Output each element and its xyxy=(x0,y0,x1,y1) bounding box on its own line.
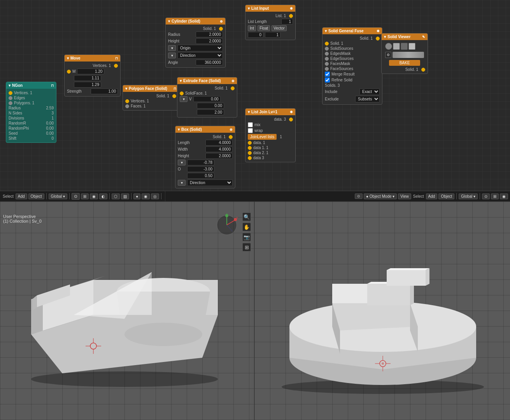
toolbar-mesh-btn[interactable]: ⊞ xyxy=(81,193,89,199)
list-input-pin: ✱ xyxy=(290,7,293,11)
box-arrow: ▾ xyxy=(178,127,180,132)
box-height-input[interactable] xyxy=(205,153,233,159)
box-dir-btn[interactable]: ▾ xyxy=(178,180,186,186)
cylinder-origin-arrow[interactable]: ▾ xyxy=(168,45,176,51)
ngon-header: ▾ NGon ⊓ xyxy=(6,82,56,89)
toolbar-object-right[interactable]: Object xyxy=(438,193,454,199)
box-v-btn[interactable]: ▾ xyxy=(178,160,186,165)
cylinder-angle-input[interactable] xyxy=(196,60,223,65)
svg-point-43 xyxy=(382,362,384,365)
toolbar-select-right[interactable]: Select xyxy=(412,194,425,199)
solid-viewer-bake-btn[interactable]: BAKE xyxy=(389,60,420,66)
left-hand-btn[interactable]: ✋ xyxy=(242,223,251,231)
ngon-seed-label: Seed xyxy=(9,131,45,135)
cylinder-dir-arrow[interactable]: ▾ xyxy=(168,53,176,58)
list-float-tab[interactable]: Float xyxy=(258,25,270,31)
cylinder-direction-select[interactable]: Direction xyxy=(177,52,223,59)
list-join-data1-socket xyxy=(248,141,252,145)
svg-text:X: X xyxy=(236,216,238,219)
extrude-x-input[interactable] xyxy=(193,96,221,102)
move-y-input[interactable] xyxy=(74,75,101,81)
polygon-arrow: ▾ xyxy=(125,86,127,91)
extrude-v-btn[interactable]: ▾ xyxy=(180,96,188,102)
extrude-y-input[interactable] xyxy=(197,103,224,109)
ngon-icon: ▾ xyxy=(9,83,11,88)
toolbar-proportional-btn[interactable]: ◐ xyxy=(99,193,107,199)
list-input-body: List. 1 List Length Int Float Vector xyxy=(245,12,295,40)
left-grid-btn[interactable]: ⊞ xyxy=(242,243,251,251)
extrude-out-row: Solid. 1 xyxy=(180,86,235,91)
cylinder-solid-label: Solid. 1 xyxy=(203,26,216,31)
cylinder-height-input[interactable] xyxy=(196,38,223,44)
toolbar-gizmo-btn-right[interactable]: ⊙ xyxy=(355,193,363,199)
move-strength-label: Strength xyxy=(67,89,89,93)
polygon-verts-in-row: Vertices. 1 xyxy=(125,98,176,104)
viewport-info: User Perspective (1) Collection | Sv_0 xyxy=(3,214,42,223)
left-camera-btn[interactable]: 📷 xyxy=(242,233,251,241)
list-vector-tab[interactable]: Vector xyxy=(272,25,286,31)
list-int-tab[interactable]: Int xyxy=(248,25,256,31)
solid-fuse-exclude-select[interactable]: Subsets xyxy=(355,96,380,102)
list-join-data11-label: data 1. 1 xyxy=(253,146,268,150)
ngon-divisions-label: Divisions xyxy=(9,116,50,120)
cylinder-origin-select[interactable]: Origin xyxy=(177,45,223,51)
toolbar-shading-material[interactable]: ◉ xyxy=(142,193,150,199)
toolbar-global[interactable]: Global ▾ xyxy=(49,193,68,199)
list-val0-input[interactable] xyxy=(248,32,263,38)
solid-viewer-out-label: Solid. 1 xyxy=(405,67,418,72)
ngon-nsides-label: N Sides xyxy=(9,111,50,115)
solid-fuse-refine-row: Refine Solid xyxy=(325,77,380,83)
box-v-row: ▾ xyxy=(178,159,233,166)
toolbar-pivot-btn[interactable]: ⊙ xyxy=(72,193,80,200)
list-join-level-btn[interactable]: JoinLevel lists xyxy=(248,134,277,140)
solid-fuse-merge-label: Merge Result xyxy=(331,72,354,76)
toolbar-add-left[interactable]: Add xyxy=(16,193,27,199)
solid-fuse-refine-check[interactable] xyxy=(325,77,330,83)
toolbar-object-left[interactable]: Object xyxy=(28,193,44,199)
move-z-input[interactable] xyxy=(74,82,101,88)
box-y-input[interactable] xyxy=(187,166,214,172)
viewport-perspective: User Perspective xyxy=(3,214,42,219)
list-length-input[interactable] xyxy=(281,19,293,25)
move-x-input[interactable] xyxy=(77,69,104,74)
list-join-wrap-label: wrap xyxy=(254,128,263,133)
cylinder-radius-input[interactable] xyxy=(196,32,223,37)
solid-fuse-exclude-label: Exclude xyxy=(325,97,354,101)
solid-fuse-merge-check[interactable] xyxy=(325,72,330,77)
left-zoom-btn[interactable]: 🔍 xyxy=(242,213,251,221)
solid-fuse-edgesmask-socket xyxy=(325,52,329,56)
box-direction-select[interactable]: Direction xyxy=(187,179,233,186)
toolbar-shading-render[interactable]: ◎ xyxy=(151,193,159,199)
toolbar-snap-right[interactable]: ◉ xyxy=(500,193,508,199)
polygon-faces-label: Faces. 1 xyxy=(131,104,145,108)
toolbar-global-right[interactable]: Global ▾ xyxy=(459,193,478,199)
sv-settings-icon[interactable]: ⚙ xyxy=(385,52,391,58)
toolbar-select-left[interactable]: Select xyxy=(2,194,14,199)
toolbar-snap-btn[interactable]: ◉ xyxy=(90,193,98,199)
list-join-wrap-check[interactable] xyxy=(248,128,253,133)
list-join-mix-check[interactable] xyxy=(248,122,253,127)
extrude-z-input[interactable] xyxy=(197,109,224,115)
box-x-input[interactable] xyxy=(187,160,214,165)
box-length-input[interactable] xyxy=(205,140,233,146)
toolbar-overlay-btn[interactable]: ⬡ xyxy=(112,193,120,199)
move-strength-input[interactable] xyxy=(91,88,118,94)
toolbar-object-mode-right[interactable]: ● Object Mode ▾ xyxy=(364,193,397,199)
box-z-input[interactable] xyxy=(187,173,214,179)
toolbar-mesh-right[interactable]: ⊞ xyxy=(491,193,499,199)
box-width-input[interactable] xyxy=(205,146,233,152)
toolbar-view-right[interactable]: View xyxy=(398,193,411,199)
ngon-pin: ⊓ xyxy=(51,84,54,88)
polygon-solid-out-socket xyxy=(172,94,176,98)
polygon-face-node: ▾ Polygon Face (Solid) ⊓ Solid. 1 Vertic… xyxy=(123,85,179,111)
list-length-label: List Length xyxy=(248,19,280,24)
toolbar-shading-solid[interactable]: ● xyxy=(133,193,140,199)
toolbar-xray-btn[interactable]: ▨ xyxy=(121,193,129,199)
move-body: Vertices. 1 M Strength xyxy=(65,62,120,96)
solid-fuse-out-label: Solid. 1 xyxy=(360,36,373,40)
toolbar-add-right[interactable]: Add xyxy=(426,193,438,199)
toolbar-pivot-right[interactable]: ⊙ xyxy=(482,193,490,199)
solid-fuse-include-select[interactable]: Exact xyxy=(359,88,380,95)
list-val1-input[interactable] xyxy=(265,32,280,38)
toolbar-sep6 xyxy=(456,193,457,199)
